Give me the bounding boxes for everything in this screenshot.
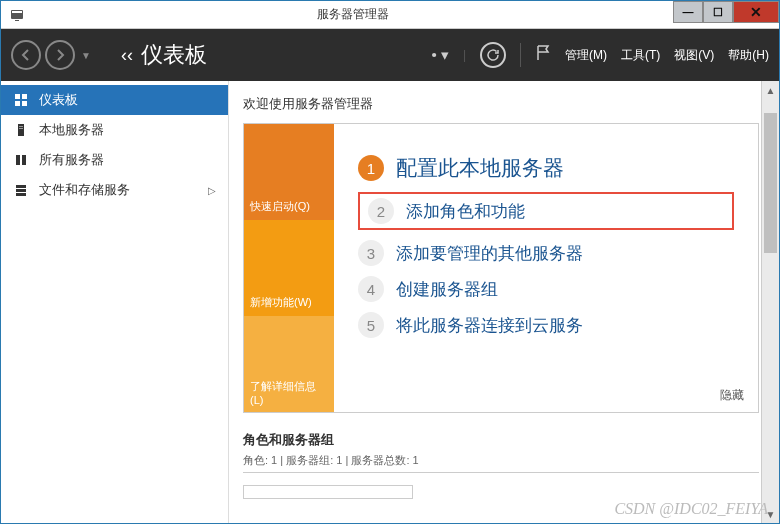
scroll-thumb[interactable]: [764, 113, 777, 253]
sidebar-item-label: 所有服务器: [39, 151, 104, 169]
step-number-1: 1: [358, 155, 384, 181]
svg-rect-7: [18, 124, 24, 136]
step-number-3: 3: [358, 240, 384, 266]
divider: [243, 472, 759, 473]
window-title: 服务器管理器: [33, 6, 673, 23]
app-icon: [7, 5, 27, 25]
breadcrumb-dropdown-icon[interactable]: • ▾: [431, 46, 448, 64]
breadcrumb: ‹‹ 仪表板: [121, 40, 207, 70]
step-link-configure[interactable]: 配置此本地服务器: [396, 154, 564, 182]
step-link-create-group[interactable]: 创建服务器组: [396, 278, 498, 301]
step-3: 3 添加要管理的其他服务器: [358, 240, 734, 266]
menu-help[interactable]: 帮助(H): [728, 47, 769, 64]
close-button[interactable]: ✕: [733, 1, 779, 23]
toolbar: ▼ ‹‹ 仪表板 • ▾ | 管理(M) 工具(T) 视图(V) 帮助(H): [1, 29, 779, 81]
sidebar-item-local-server[interactable]: 本地服务器: [1, 115, 228, 145]
nav-arrows: ▼: [11, 40, 91, 70]
svg-rect-12: [16, 185, 26, 188]
forward-button[interactable]: [45, 40, 75, 70]
content: 仪表板 本地服务器 所有服务器 文件和存储服务 ▷: [1, 81, 779, 523]
step-2-highlight: 2 添加角色和功能: [358, 192, 734, 230]
tab-whatsnew[interactable]: 新增功能(W): [244, 220, 334, 316]
step-number-2: 2: [368, 198, 394, 224]
step-link-add-servers[interactable]: 添加要管理的其他服务器: [396, 242, 583, 265]
step-number-5: 5: [358, 312, 384, 338]
tab-learnmore[interactable]: 了解详细信息(L): [244, 316, 334, 412]
svg-rect-10: [16, 155, 20, 165]
sidebar-item-label: 文件和存储服务: [39, 181, 130, 199]
server-icon: [13, 122, 29, 138]
svg-rect-6: [22, 101, 27, 106]
step-link-cloud[interactable]: 将此服务器连接到云服务: [396, 314, 583, 337]
scroll-down-button[interactable]: ▼: [762, 505, 779, 523]
svg-rect-9: [19, 128, 23, 129]
svg-rect-14: [16, 193, 26, 196]
window-frame: 服务器管理器 — ☐ ✕ ▼ ‹‹ 仪表板 • ▾ |: [0, 0, 780, 524]
step-link-add-roles[interactable]: 添加角色和功能: [406, 200, 525, 223]
back-button[interactable]: [11, 40, 41, 70]
groups-heading: 角色和服务器组: [243, 431, 759, 449]
menu-view[interactable]: 视图(V): [674, 47, 714, 64]
page-title: 仪表板: [141, 40, 207, 70]
scroll-up-button[interactable]: ▲: [762, 81, 779, 99]
hide-link[interactable]: 隐藏: [720, 387, 744, 404]
scrollbar: ▲ ▼: [761, 81, 779, 523]
step-5: 5 将此服务器连接到云服务: [358, 312, 734, 338]
sidebar-item-label: 仪表板: [39, 91, 78, 109]
chevron-right-icon: ▷: [208, 185, 216, 196]
nav-history-dropdown[interactable]: ▼: [81, 50, 91, 61]
steps-panel: 1 配置此本地服务器 2 添加角色和功能 3 添加要管理的其他服务器 4 创建服…: [334, 124, 758, 412]
toolbar-right: • ▾ | 管理(M) 工具(T) 视图(V) 帮助(H): [431, 42, 769, 68]
welcome-heading: 欢迎使用服务器管理器: [243, 95, 759, 113]
main-panel: 欢迎使用服务器管理器 快速启动(Q) 新增功能(W) 了解详细信息(L) 1 配…: [229, 81, 779, 523]
sidebar: 仪表板 本地服务器 所有服务器 文件和存储服务 ▷: [1, 81, 229, 523]
title-bar: 服务器管理器 — ☐ ✕: [1, 1, 779, 29]
minimize-button[interactable]: —: [673, 1, 703, 23]
svg-rect-8: [19, 126, 23, 127]
servers-icon: [13, 152, 29, 168]
menu-tools[interactable]: 工具(T): [621, 47, 660, 64]
step-number-4: 4: [358, 276, 384, 302]
dashboard-icon: [13, 92, 29, 108]
svg-rect-13: [16, 189, 26, 192]
welcome-card: 快速启动(Q) 新增功能(W) 了解详细信息(L) 1 配置此本地服务器 2 添…: [243, 123, 759, 413]
svg-rect-11: [22, 155, 26, 165]
window-controls: — ☐ ✕: [673, 1, 779, 28]
sidebar-item-file-storage[interactable]: 文件和存储服务 ▷: [1, 175, 228, 205]
svg-rect-5: [15, 101, 20, 106]
groups-subheading: 角色: 1 | 服务器组: 1 | 服务器总数: 1: [243, 453, 759, 468]
step-4: 4 创建服务器组: [358, 276, 734, 302]
sidebar-item-all-servers[interactable]: 所有服务器: [1, 145, 228, 175]
sidebar-item-dashboard[interactable]: 仪表板: [1, 85, 228, 115]
group-tile[interactable]: [243, 485, 413, 499]
tab-quickstart[interactable]: 快速启动(Q): [244, 124, 334, 220]
svg-rect-1: [12, 11, 22, 13]
maximize-button[interactable]: ☐: [703, 1, 733, 23]
step-1: 1 配置此本地服务器: [358, 154, 734, 182]
notifications-flag-icon[interactable]: [535, 44, 551, 67]
refresh-button[interactable]: [480, 42, 506, 68]
svg-rect-4: [22, 94, 27, 99]
welcome-left-tabs: 快速启动(Q) 新增功能(W) 了解详细信息(L): [244, 124, 334, 412]
svg-rect-3: [15, 94, 20, 99]
menu-manage[interactable]: 管理(M): [565, 47, 607, 64]
svg-rect-2: [15, 20, 19, 21]
storage-icon: [13, 182, 29, 198]
sidebar-item-label: 本地服务器: [39, 121, 104, 139]
separator: [520, 43, 521, 67]
breadcrumb-arrow-icon: ‹‹: [121, 45, 133, 66]
